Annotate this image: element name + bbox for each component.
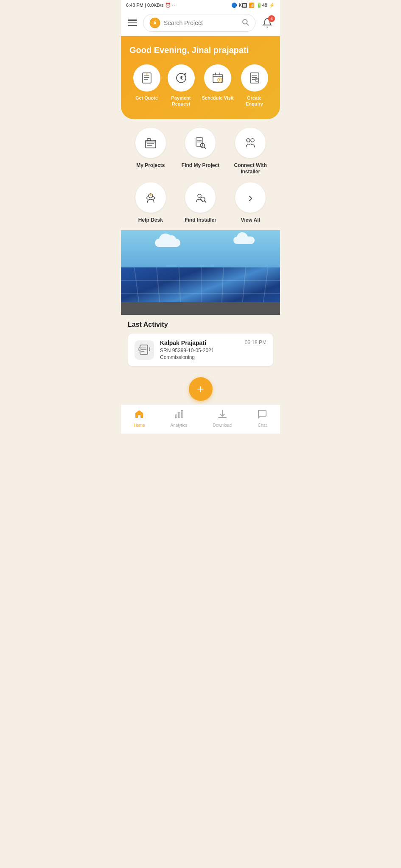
home-svg — [134, 409, 144, 419]
menu-item-my-projects[interactable]: My Projects — [128, 128, 174, 175]
activity-card[interactable]: Kalpak Prajapati SRN 95399-10-05-2021 Co… — [128, 334, 273, 366]
svg-text:₹: ₹ — [179, 75, 183, 81]
download-icon — [217, 409, 227, 422]
nav-item-analytics[interactable]: Analytics — [171, 409, 188, 428]
quick-action-schedule[interactable]: Schedule Visit — [202, 64, 234, 107]
nav-item-home[interactable]: Home — [134, 409, 145, 428]
charge-icon: ⚡ — [269, 3, 275, 8]
payment-label: Payment Request — [171, 95, 191, 107]
last-activity-title: Last Activity — [128, 321, 273, 328]
enquiry-icon — [248, 72, 261, 84]
help-desk-circle — [135, 182, 166, 213]
nav-chat-label: Chat — [258, 423, 266, 428]
find-my-project-circle — [185, 128, 216, 158]
help-desk-icon — [144, 191, 157, 204]
nav-analytics-label: Analytics — [171, 423, 188, 428]
greeting-text: Good Evening, Jinal prajapati — [129, 45, 272, 55]
view-all-label: View All — [241, 217, 260, 224]
nav-home-label: Home — [134, 423, 145, 428]
notification-badge: 4 — [268, 15, 275, 22]
header: A 4 — [121, 11, 280, 36]
find-installer-circle — [185, 182, 216, 213]
quick-action-enquiry[interactable]: Create Enquiry — [241, 64, 268, 107]
svg-point-2 — [243, 19, 247, 24]
activity-time: 06:18 PM — [245, 339, 266, 345]
svg-line-32 — [204, 147, 205, 148]
battery-icon: 🔋48 — [256, 3, 267, 8]
find-installer-label: Find Installer — [185, 217, 216, 224]
status-bar: 6:48 PM | 0.0KB/s ⏰ ·· 🔵 K🔲 📶 🔋48 ⚡ — [121, 0, 280, 11]
connect-installer-label: Connect With Installer — [227, 162, 273, 175]
help-desk-label: Help Desk — [138, 217, 163, 224]
sim-icon: K🔲 — [239, 3, 247, 8]
hero-banner: Good Evening, Jinal prajapati ₹ Get Quot… — [121, 36, 280, 119]
chat-svg — [257, 409, 267, 419]
svg-point-33 — [247, 139, 250, 142]
find-my-project-label: Find My Project — [182, 162, 219, 169]
enquiry-circle — [241, 64, 268, 92]
enquiry-label: Create Enquiry — [246, 95, 263, 107]
nav-item-chat[interactable]: Chat — [257, 409, 267, 428]
menu-section: My Projects Find My Project — [121, 119, 280, 228]
quote-icon: ₹ — [140, 72, 153, 84]
menu-item-help-desk[interactable]: Help Desk — [128, 182, 174, 224]
activity-info: Kalpak Prajapati SRN 95399-10-05-2021 Co… — [160, 339, 239, 360]
schedule-icon — [211, 72, 224, 84]
search-input[interactable] — [164, 19, 238, 26]
my-projects-label: My Projects — [136, 162, 165, 169]
get-quote-label: Get Quote — [135, 95, 158, 101]
analytics-icon — [174, 409, 184, 422]
status-time: 6:48 PM | 0.0KB/s ⏰ ·· — [126, 3, 175, 8]
app-logo: A — [149, 17, 160, 28]
payment-icon: ₹ — [175, 72, 188, 84]
svg-text:₹: ₹ — [146, 73, 148, 76]
chat-icon — [257, 409, 267, 422]
analytics-svg — [174, 409, 184, 419]
quick-action-payment[interactable]: ₹ Payment Request — [168, 64, 195, 107]
bottom-nav: Home Analytics Download Chat — [121, 404, 280, 434]
svg-rect-45 — [175, 415, 177, 418]
quick-action-get-quote[interactable]: ₹ Get Quote — [133, 64, 160, 107]
schedule-circle — [204, 64, 231, 92]
svg-line-3 — [247, 24, 249, 25]
find-installer-icon — [193, 191, 207, 204]
payment-circle: ₹ — [168, 64, 195, 92]
svg-rect-47 — [181, 411, 183, 418]
menu-item-find-my-project[interactable]: Find My Project — [178, 128, 224, 175]
svg-rect-24 — [146, 140, 156, 148]
search-button[interactable] — [241, 18, 249, 28]
view-all-circle: › — [235, 182, 266, 213]
notification-button[interactable]: 4 — [260, 15, 275, 31]
svg-rect-25 — [147, 139, 151, 141]
quick-actions: ₹ Get Quote ₹ Payment Request — [129, 64, 272, 107]
download-svg — [217, 409, 227, 419]
document-icon — [138, 344, 150, 356]
fab-button[interactable]: + — [189, 377, 213, 401]
get-quote-circle: ₹ — [133, 64, 160, 92]
activity-srn: SRN 95399-10-05-2021 — [160, 348, 239, 353]
menu-grid: My Projects Find My Project — [128, 128, 273, 224]
home-icon — [134, 409, 144, 422]
activity-name: Kalpak Prajapati — [160, 339, 239, 346]
menu-item-connect-installer[interactable]: Connect With Installer — [227, 128, 273, 175]
activity-status: Commissioning — [160, 354, 239, 360]
schedule-label: Schedule Visit — [202, 95, 234, 101]
svg-rect-46 — [178, 413, 180, 418]
activity-icon — [135, 340, 154, 360]
fab-container: + — [121, 370, 280, 404]
svg-point-34 — [251, 139, 254, 142]
connect-installer-circle — [235, 128, 266, 158]
nav-item-download[interactable]: Download — [213, 409, 232, 428]
menu-item-view-all[interactable]: › View All — [227, 182, 273, 224]
bluetooth-icon: 🔵 — [231, 3, 237, 8]
menu-item-find-installer[interactable]: Find Installer — [178, 182, 224, 224]
nav-download-label: Download — [213, 423, 232, 428]
signal-icon: 📶 — [249, 3, 255, 8]
svg-text:A: A — [153, 21, 156, 25]
menu-button[interactable] — [126, 18, 139, 28]
solar-panels-image — [121, 230, 280, 315]
last-activity-section: Last Activity Kalpak Prajapati SRN 95399… — [121, 315, 280, 370]
svg-point-37 — [150, 194, 151, 196]
find-project-icon — [193, 136, 207, 150]
search-bar[interactable]: A — [143, 14, 255, 32]
